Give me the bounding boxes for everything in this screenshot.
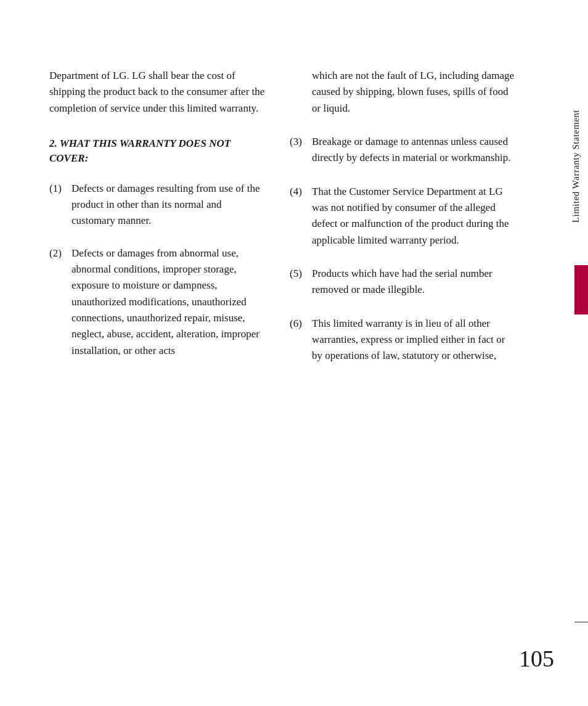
sidebar-label: Limited Warranty Statement — [569, 110, 583, 223]
main-content: Department of LG. LG shall bear the cost… — [0, 37, 558, 669]
intro-paragraph: Department of LG. LG shall bear the cost… — [49, 68, 265, 117]
right-list-text-6: This limited warranty is in lieu of all … — [312, 316, 518, 364]
right-column: which are not the fault of LG, including… — [284, 68, 518, 638]
sidebar-accent-bar — [574, 265, 588, 314]
list-item-2: (2) Defects or damages from abnormal use… — [49, 245, 265, 359]
sidebar-line — [574, 622, 588, 623]
list-item-1: (1) Defects or damages resulting from us… — [49, 181, 265, 229]
section-heading: 2. WHAT THIS WARRANTY DOES NOT COVER: — [49, 136, 265, 166]
right-list-item-continuation: which are not the fault of LG, including… — [290, 68, 518, 117]
right-list-text-5: Products which have had the serial numbe… — [312, 266, 518, 298]
sidebar-text-container: Limited Warranty Statement — [563, 68, 588, 265]
right-list-item-3: (3) Breakage or damage to antennas unles… — [290, 134, 518, 166]
sidebar: Limited Warranty Statement — [558, 37, 588, 669]
right-list-number-cont — [290, 68, 312, 84]
right-list-number-5: (5) — [290, 266, 312, 282]
intro-text: Department of LG. LG shall bear the cost… — [49, 70, 264, 114]
page-container: Department of LG. LG shall bear the cost… — [0, 0, 588, 706]
right-list-text-3: Breakage or damage to antennas unless ca… — [312, 134, 518, 166]
right-list-text-4: That the Customer Service Department at … — [312, 184, 518, 248]
right-list-number-4: (4) — [290, 184, 312, 200]
page-number: 105 — [519, 641, 554, 676]
right-list-number-6: (6) — [290, 316, 312, 332]
list-number-1: (1) — [49, 181, 71, 197]
right-list-number-3: (3) — [290, 134, 312, 150]
right-list-item-4: (4) That the Customer Service Department… — [290, 184, 518, 248]
list-number-2: (2) — [49, 245, 71, 261]
right-list-item-6: (6) This limited warranty is in lieu of … — [290, 316, 518, 364]
content-area: Department of LG. LG shall bear the cost… — [0, 37, 588, 669]
right-list-text-cont: which are not the fault of LG, including… — [312, 68, 518, 117]
list-text-1: Defects or damages resulting from use of… — [71, 181, 265, 229]
right-list-item-5: (5) Products which have had the serial n… — [290, 266, 518, 298]
left-column: Department of LG. LG shall bear the cost… — [49, 68, 284, 638]
list-text-2: Defects or damages from abnormal use, ab… — [71, 245, 265, 359]
